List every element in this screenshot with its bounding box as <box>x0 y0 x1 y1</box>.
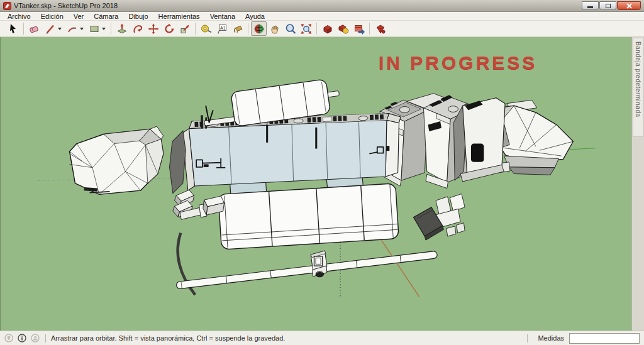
scale-tool-button[interactable] <box>177 21 192 36</box>
main-area: IN PROGRESS Bandeja predeterminada <box>0 37 644 331</box>
menu-ayuda[interactable]: Ayuda <box>240 12 270 21</box>
component-tool-button[interactable] <box>319 21 335 36</box>
component-cube-icon <box>322 23 333 35</box>
zoom-icon <box>285 23 296 35</box>
menu-bar: Archivo Edición Ver Cámara Dibujo Herram… <box>0 12 644 21</box>
tool-bar: A1 <box>0 21 644 37</box>
boom-pipe[interactable] <box>176 251 438 289</box>
rear-pod[interactable] <box>494 100 573 175</box>
rotate-icon <box>164 23 175 35</box>
tape-measure-tool-button[interactable] <box>198 21 214 36</box>
eraser-icon <box>29 23 40 35</box>
rectangle-icon <box>89 23 100 35</box>
text-tool-button[interactable]: A1 <box>214 21 230 36</box>
thruster-assembly[interactable] <box>413 194 465 240</box>
lower-tank[interactable] <box>218 183 399 249</box>
rotate-tool-button[interactable] <box>161 21 177 36</box>
model-info-button[interactable] <box>372 21 388 36</box>
model-canvas[interactable] <box>1 37 631 331</box>
eraser-tool-button[interactable] <box>26 21 42 36</box>
orbit-tool-button[interactable] <box>251 21 267 36</box>
credits-info-icon[interactable] <box>18 334 26 342</box>
tray-tab[interactable]: Bandeja predeterminada <box>633 38 643 137</box>
measurements-input[interactable] <box>569 333 640 344</box>
separator-panel[interactable] <box>170 131 186 193</box>
status-separator <box>45 334 46 342</box>
text-tool-icon: A1 <box>216 23 228 35</box>
share-model-icon <box>353 23 365 35</box>
orbit-icon <box>253 23 265 35</box>
menu-camara[interactable]: Cámara <box>89 12 123 21</box>
followme-tool-button[interactable] <box>130 21 145 36</box>
arc-dropdown-caret[interactable] <box>80 28 84 30</box>
menu-archivo[interactable]: Archivo <box>3 12 36 21</box>
pipe-fitting[interactable] <box>311 251 327 277</box>
line-dropdown-caret[interactable] <box>58 28 62 30</box>
zoom-extents-tool-button[interactable] <box>298 21 314 36</box>
maximize-button[interactable] <box>599 1 616 10</box>
sketchup-app-icon <box>3 2 11 10</box>
select-tool-button[interactable] <box>5 21 21 36</box>
menu-ventana[interactable]: Ventana <box>205 12 240 21</box>
move-tool-button[interactable] <box>145 21 161 36</box>
tray-label: Bandeja predeterminada <box>635 38 641 136</box>
menu-edicion[interactable]: Edición <box>36 12 69 21</box>
share-model-button[interactable] <box>351 21 367 36</box>
push-pull-icon <box>116 23 128 35</box>
rectangle-dropdown-caret[interactable] <box>102 28 106 30</box>
pushpull-tool-button[interactable] <box>114 21 130 36</box>
menu-dibujo[interactable]: Dibujo <box>123 12 153 21</box>
viewport-3d[interactable]: IN PROGRESS <box>0 37 631 331</box>
gem-icon <box>375 23 386 35</box>
cockpit-pod[interactable] <box>70 126 164 194</box>
select-arrow-icon <box>8 23 19 35</box>
status-hint: Arrastrar para orbitar. Shift = vista pa… <box>51 334 285 342</box>
scale-icon <box>179 23 191 35</box>
rectangle-tool-button[interactable] <box>86 21 102 36</box>
menu-ver[interactable]: Ver <box>69 12 89 21</box>
arc-icon <box>67 23 78 35</box>
follow-me-icon <box>132 23 143 35</box>
tape-measure-icon <box>201 23 212 35</box>
component-options-icon <box>338 23 349 35</box>
paint-bucket-icon <box>232 23 243 35</box>
component-options-button[interactable] <box>335 21 351 36</box>
minimize-icon <box>587 6 593 8</box>
close-icon <box>626 3 632 9</box>
move-icon <box>148 23 159 35</box>
geolocation-icon[interactable] <box>4 334 13 342</box>
paint-bucket-tool-button[interactable] <box>230 21 245 36</box>
measurements-separator <box>527 334 528 342</box>
title-bar: VTanker.skp - SketchUp Pro 2018 <box>0 0 644 12</box>
arc-tool-button[interactable] <box>64 21 80 36</box>
maximize-icon <box>606 4 611 8</box>
zoom-tool-button[interactable] <box>282 21 298 36</box>
pan-hand-icon <box>269 23 280 35</box>
svg-text:A1: A1 <box>220 25 226 30</box>
sketchup-window: VTanker.skp - SketchUp Pro 2018 Archivo … <box>0 0 644 345</box>
minimize-button[interactable] <box>582 1 599 10</box>
in-progress-overlay: IN PROGRESS <box>379 52 537 74</box>
line-tool-button[interactable] <box>42 21 58 36</box>
pan-tool-button[interactable] <box>267 21 282 36</box>
close-button[interactable] <box>617 1 641 10</box>
window-title: VTanker.skp - SketchUp Pro 2018 <box>14 2 582 9</box>
claim-credit-icon[interactable] <box>31 334 40 342</box>
default-tray: Bandeja predeterminada <box>631 37 644 331</box>
menu-herramientas[interactable]: Herramientas <box>153 12 205 21</box>
pencil-icon <box>45 23 56 35</box>
status-bar: Arrastrar para orbitar. Shift = vista pa… <box>0 331 644 345</box>
measurements-label: Medidas <box>538 334 564 342</box>
zoom-extents-icon <box>301 23 312 35</box>
